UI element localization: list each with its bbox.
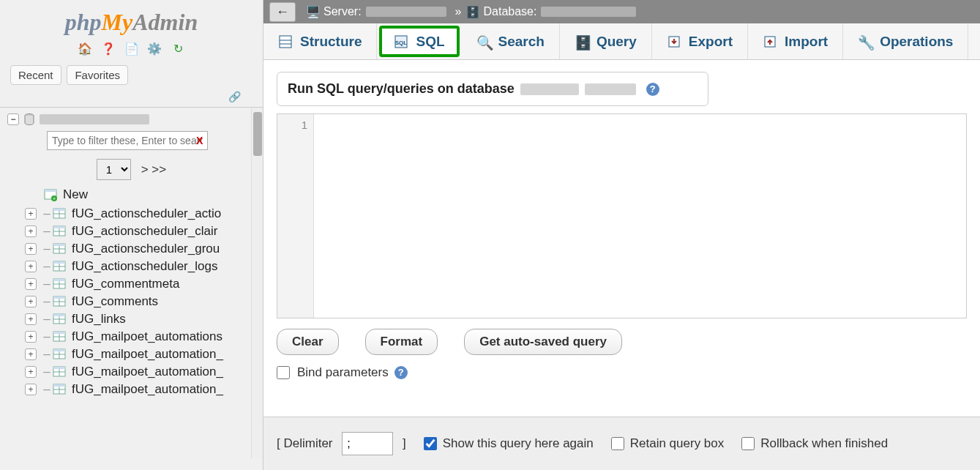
svg-rect-38 bbox=[53, 349, 65, 351]
get-autosaved-button[interactable]: Get auto-saved query bbox=[464, 329, 622, 355]
expand-icon[interactable]: + bbox=[25, 278, 37, 290]
svg-rect-30 bbox=[53, 314, 65, 316]
table-row[interactable]: +–fUG_mailpoet_automation_ bbox=[0, 363, 263, 381]
table-icon bbox=[53, 207, 66, 220]
delimiter-input[interactable] bbox=[342, 432, 393, 455]
table-pagination: 1 > >> bbox=[0, 154, 263, 184]
breadcrumb: ← 🖥️ Server: » 🗄️ Database: bbox=[263, 0, 980, 23]
tree-line: – bbox=[41, 242, 53, 256]
show-again-checkbox[interactable] bbox=[424, 437, 437, 450]
query-header: Run SQL query/queries on database ? bbox=[277, 72, 708, 106]
expand-icon[interactable]: + bbox=[25, 313, 37, 325]
database-name-redacted bbox=[541, 7, 636, 17]
retain-box-checkbox[interactable] bbox=[611, 437, 624, 450]
expand-icon[interactable]: + bbox=[25, 366, 37, 378]
table-icon bbox=[53, 365, 66, 378]
collapse-icon[interactable]: − bbox=[7, 113, 19, 125]
import-icon bbox=[763, 34, 777, 49]
sidebar-quick-icons: 🏠 ❓ 📄 ⚙️ ↻ bbox=[0, 39, 263, 62]
format-button[interactable]: Format bbox=[365, 329, 438, 355]
rollback-option[interactable]: Rollback when finished bbox=[741, 436, 888, 451]
nav-scrollbar[interactable] bbox=[251, 108, 263, 458]
retain-box-option[interactable]: Retain query box bbox=[611, 436, 725, 451]
expand-icon[interactable]: + bbox=[25, 225, 37, 237]
table-row[interactable]: +–fUG_actionscheduler_grou bbox=[0, 240, 263, 258]
tab-export[interactable]: Export bbox=[652, 23, 748, 59]
expand-icon[interactable]: + bbox=[25, 261, 37, 272]
table-row[interactable]: +–fUG_actionscheduler_actio bbox=[0, 205, 263, 223]
operations-icon: 🔧 bbox=[858, 34, 872, 49]
tab-query-label: Query bbox=[596, 34, 637, 50]
svg-rect-14 bbox=[53, 244, 65, 246]
favorites-button[interactable]: Favorites bbox=[67, 65, 128, 85]
bind-parameters-row: Bind parameters ? bbox=[277, 365, 967, 380]
database-node[interactable]: − bbox=[0, 112, 263, 127]
expand-icon[interactable]: + bbox=[25, 208, 37, 220]
tab-structure[interactable]: Structure bbox=[263, 23, 377, 59]
tree-line: – bbox=[41, 365, 53, 379]
help-icon[interactable]: ? bbox=[394, 366, 408, 379]
logo-my: My bbox=[102, 9, 133, 35]
tree-line: – bbox=[41, 312, 53, 327]
tab-query[interactable]: 🗄️ Query bbox=[560, 23, 652, 59]
recent-favorites: Recent Favorites bbox=[0, 62, 263, 91]
svg-rect-6 bbox=[53, 209, 65, 211]
page-select[interactable]: 1 bbox=[97, 159, 131, 180]
breadcrumb-separator: » bbox=[455, 5, 462, 18]
table-name: fUG_commentmeta bbox=[72, 277, 179, 291]
navigation-tree: − X 1 > >> + New +–fUG_actionscheduler_a… bbox=[0, 107, 263, 458]
editor-textarea[interactable] bbox=[314, 114, 966, 318]
new-table-label: New bbox=[63, 187, 88, 202]
rollback-label: Rollback when finished bbox=[760, 436, 888, 451]
expand-icon[interactable]: + bbox=[25, 296, 37, 307]
new-table-link[interactable]: + New bbox=[0, 184, 263, 205]
table-row[interactable]: +–fUG_actionscheduler_logs bbox=[0, 258, 263, 275]
help-icon[interactable]: ? bbox=[646, 83, 659, 96]
nav-scrollbar-thumb[interactable] bbox=[253, 112, 262, 156]
home-icon[interactable]: 🏠 bbox=[78, 42, 92, 56]
tab-import[interactable]: Import bbox=[748, 23, 843, 59]
table-row[interactable]: +–fUG_mailpoet_automation_ bbox=[0, 381, 263, 398]
logo-admin: Admin bbox=[132, 9, 198, 35]
rollback-checkbox[interactable] bbox=[741, 437, 755, 450]
sql-editor[interactable]: 1 bbox=[277, 113, 967, 318]
nav-link-icon[interactable]: 🔗 bbox=[0, 91, 263, 102]
table-name: fUG_mailpoet_automation_ bbox=[72, 347, 223, 362]
main-panel: ← 🖥️ Server: » 🗄️ Database: Structure SQ… bbox=[263, 0, 980, 470]
reload-icon[interactable]: ↻ bbox=[171, 42, 185, 56]
phpmyadmin-logo: phpMyAdmin bbox=[0, 0, 263, 39]
expand-icon[interactable]: + bbox=[25, 384, 37, 395]
tab-sql[interactable]: SQL SQL bbox=[379, 26, 459, 57]
table-row[interactable]: +–fUG_comments bbox=[0, 293, 263, 310]
table-row[interactable]: +–fUG_actionscheduler_clair bbox=[0, 223, 263, 240]
tree-line: – bbox=[41, 294, 53, 309]
svg-rect-26 bbox=[53, 296, 65, 299]
svg-rect-49 bbox=[280, 36, 291, 48]
table-icon bbox=[53, 383, 66, 396]
expand-icon[interactable]: + bbox=[25, 348, 37, 360]
back-button[interactable]: ← bbox=[269, 2, 296, 22]
bind-parameters-checkbox[interactable] bbox=[277, 366, 290, 379]
recent-button[interactable]: Recent bbox=[10, 65, 61, 85]
table-name: fUG_comments bbox=[72, 294, 158, 309]
table-row[interactable]: +–fUG_mailpoet_automation_ bbox=[0, 346, 263, 363]
expand-icon[interactable]: + bbox=[25, 243, 37, 255]
tab-operations[interactable]: 🔧 Operations bbox=[843, 23, 968, 59]
table-row[interactable]: +–fUG_links bbox=[0, 310, 263, 328]
query-db-redacted-2 bbox=[585, 83, 636, 95]
editor-buttons: Clear Format Get auto-saved query bbox=[277, 329, 967, 355]
clear-filter-icon[interactable]: X bbox=[196, 135, 203, 146]
clear-button[interactable]: Clear bbox=[277, 329, 339, 355]
tab-search[interactable]: 🔍 Search bbox=[462, 23, 560, 59]
docs-icon[interactable]: 📄 bbox=[124, 42, 139, 56]
table-row[interactable]: +–fUG_mailpoet_automations bbox=[0, 328, 263, 346]
show-again-option[interactable]: Show this query here again bbox=[424, 436, 594, 451]
table-row[interactable]: +–fUG_commentmeta bbox=[0, 275, 263, 293]
settings-icon[interactable]: ⚙️ bbox=[147, 42, 162, 56]
tab-search-label: Search bbox=[498, 34, 545, 50]
page-next-button[interactable]: > >> bbox=[141, 163, 167, 176]
table-filter-input[interactable] bbox=[47, 131, 208, 150]
logout-icon[interactable]: ❓ bbox=[101, 42, 116, 56]
show-again-label: Show this query here again bbox=[443, 436, 594, 451]
expand-icon[interactable]: + bbox=[25, 331, 37, 343]
